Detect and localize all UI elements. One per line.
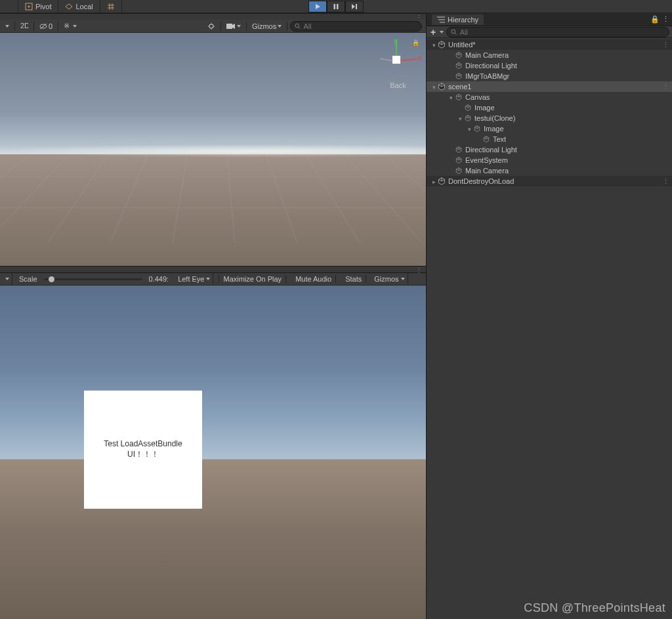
gizmos-dropdown[interactable]: Gizmos	[249, 21, 284, 32]
gameobject-row[interactable]: Directional Light	[427, 144, 672, 155]
scale-slider[interactable]	[44, 278, 142, 280]
settings-icon-btn[interactable]	[205, 21, 218, 32]
svg-line-12	[299, 27, 300, 28]
axis-x[interactable]	[401, 58, 417, 61]
row-menu-icon[interactable]: ⋮	[662, 83, 669, 91]
expand-arrow[interactable]	[430, 83, 437, 91]
svg-rect-10	[226, 24, 232, 29]
hierarchy-tab[interactable]: Hierarchy	[432, 14, 484, 25]
gameobject-row[interactable]: EventSystem	[427, 155, 672, 165]
axis-x-label: x	[417, 54, 421, 62]
game-gizmos-dropdown[interactable]: Gizmos	[371, 273, 408, 285]
svg-line-17	[455, 33, 456, 34]
svg-point-1	[28, 5, 30, 7]
item-name: Untitled*	[448, 41, 476, 49]
gameobject-row[interactable]: Text	[427, 134, 672, 144]
gameobject-row[interactable]: IMgrToABMgr	[427, 71, 672, 81]
item-name: Image	[474, 104, 495, 112]
create-dropdown[interactable]: +	[429, 27, 437, 37]
2d-toggle[interactable]: 2D	[18, 21, 31, 32]
item-name: testui(Clone)	[474, 114, 515, 122]
panel-menu-icon[interactable]: ⋮	[415, 267, 422, 275]
panel-menu-icon[interactable]: ⋮	[662, 15, 669, 24]
tool-hand-slot[interactable]	[0, 0, 18, 12]
scene-grid	[0, 154, 426, 243]
hierarchy-toolbar: +	[427, 26, 672, 38]
maximize-toggle[interactable]: Maximize On Play	[219, 275, 286, 283]
scene-search[interactable]	[290, 21, 422, 32]
fx-dropdown[interactable]: ※	[61, 21, 79, 32]
stats-toggle[interactable]: Stats	[341, 275, 366, 283]
svg-rect-4	[356, 4, 357, 9]
expand-arrow[interactable]	[430, 177, 437, 185]
axis-y[interactable]	[396, 39, 397, 55]
row-menu-icon[interactable]: ⋮	[662, 41, 669, 49]
item-name: Image	[484, 125, 504, 133]
row-menu-icon[interactable]: ⋮	[662, 177, 669, 186]
gameobject-row[interactable]: Image	[427, 102, 672, 113]
scene-header[interactable]: Untitled*⋮	[427, 39, 672, 50]
svg-rect-2	[334, 4, 336, 9]
gameobject-row[interactable]: Image	[427, 123, 672, 134]
gameobject-icon	[454, 145, 463, 154]
play-button[interactable]	[308, 1, 327, 12]
expand-arrow[interactable]	[430, 41, 437, 49]
mute-toggle[interactable]: Mute Audio	[291, 275, 336, 283]
top-toolbar: Pivot Local	[0, 0, 672, 13]
game-tab-strip[interactable]: ⋮	[0, 266, 426, 272]
ui-text-line2: UI！！！	[127, 450, 159, 460]
camera-icon	[226, 23, 236, 30]
persp-back-button[interactable]: ◂Back	[373, 81, 419, 89]
gameobject-row[interactable]: Main Camera	[427, 50, 672, 60]
expand-arrow[interactable]	[457, 114, 463, 122]
gameobject-icon	[454, 61, 463, 70]
svg-text:2D: 2D	[20, 22, 28, 30]
pivot-icon	[25, 3, 33, 11]
local-toggle[interactable]: Local	[58, 0, 100, 12]
item-name: scene1	[448, 83, 471, 91]
grid-snap-toggle[interactable]	[100, 0, 122, 12]
gameobject-row[interactable]: Directional Light	[427, 60, 672, 71]
2d-icon: 2D	[20, 22, 28, 30]
scale-label: Scale	[18, 275, 39, 283]
gameobject-row[interactable]: testui(Clone)	[427, 113, 672, 123]
gameobject-icon	[463, 103, 472, 112]
scene-header[interactable]: scene1⋮	[427, 81, 672, 92]
gameobject-icon	[454, 51, 463, 60]
slider-thumb[interactable]	[49, 276, 54, 282]
gizmos-label: Gizmos	[252, 22, 276, 30]
orientation-gizmo[interactable]: 🔒 y x ◂Back	[373, 39, 419, 89]
gameobject-icon	[472, 124, 482, 133]
axis-center[interactable]	[392, 55, 401, 64]
item-name: Main Camera	[465, 167, 509, 175]
lock-icon[interactable]: 🔒	[650, 15, 660, 24]
shading-mode-dropdown[interactable]	[3, 21, 12, 32]
hierarchy-search[interactable]	[446, 27, 669, 37]
eye-dropdown[interactable]: Left Eye	[175, 273, 213, 285]
hidden-objects[interactable]: 0	[37, 21, 55, 32]
local-icon	[65, 3, 73, 11]
gameobject-icon	[454, 156, 463, 165]
gameobject-icon	[454, 93, 463, 102]
hierarchy-tree[interactable]: Untitled*⋮Main CameraDirectional LightIM…	[427, 38, 672, 619]
pivot-toggle[interactable]: Pivot	[18, 0, 58, 12]
step-button[interactable]	[345, 1, 364, 12]
scene-search-input[interactable]	[303, 22, 417, 30]
hierarchy-tab-label: Hierarchy	[448, 16, 478, 24]
expand-arrow[interactable]	[448, 93, 454, 101]
pause-button[interactable]	[327, 1, 345, 12]
gameobject-icon	[463, 114, 472, 123]
scene-header[interactable]: DontDestroyOnLoad⋮	[427, 176, 672, 186]
hierarchy-search-input[interactable]	[460, 28, 665, 36]
svg-point-11	[295, 24, 299, 28]
local-label: Local	[75, 3, 93, 11]
gameobject-row[interactable]: Canvas	[427, 92, 672, 102]
scene-view[interactable]: 🔒 y x ◂Back	[0, 33, 426, 266]
display-dropdown[interactable]	[3, 273, 12, 285]
game-view[interactable]: Test LoadAssetBundle UI！！！	[0, 286, 426, 619]
gameobject-row[interactable]: Main Camera	[427, 165, 672, 176]
camera-dropdown[interactable]	[224, 21, 243, 32]
expand-arrow[interactable]	[466, 125, 472, 133]
ui-text-line1: Test LoadAssetBundle	[104, 439, 182, 450]
eye-off-icon	[39, 23, 47, 30]
